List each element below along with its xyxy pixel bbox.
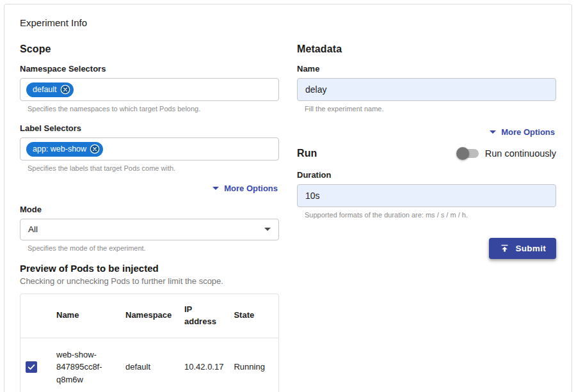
submit-button[interactable]: Submit — [489, 238, 556, 259]
label-chip[interactable]: app: web-show — [26, 142, 103, 157]
pod-name: web-show-847895cc8f-q8m6w — [51, 338, 120, 392]
duration-label: Duration — [297, 170, 556, 180]
experiment-name-input[interactable] — [297, 78, 556, 101]
label-selectors-helper: Specifies the labels that target Pods co… — [28, 164, 279, 173]
mode-helper: Specifies the mode of the experiment. — [28, 244, 279, 253]
pod-namespace: default — [120, 338, 179, 392]
run-continuously-toggle[interactable] — [456, 147, 479, 160]
run-header-row: Run Run continuously — [297, 147, 556, 160]
namespace-chip-label: default — [33, 86, 57, 94]
pod-ip: 10.42.0.17 — [179, 338, 228, 392]
two-column-layout: Scope Namespace Selectors default Specif… — [20, 43, 556, 392]
chevron-down-icon — [264, 228, 271, 231]
submit-row: Submit — [297, 238, 556, 259]
run-continuously-control[interactable]: Run continuously — [456, 147, 556, 160]
publish-icon — [499, 243, 510, 254]
duration-helper: Supported formats of the duration are: m… — [305, 210, 556, 219]
mode-select-value: All — [28, 224, 38, 234]
label-selectors-label: Label Selectors — [20, 123, 279, 133]
table-header-row: Name Namespace IP address State — [20, 294, 278, 338]
column-header-namespace: Namespace — [120, 294, 179, 338]
arrow-drop-down-icon — [212, 187, 219, 190]
experiment-info-card: Experiment Info Scope Namespace Selector… — [4, 4, 572, 392]
page-title: Experiment Info — [20, 17, 556, 28]
name-helper: Fill the experiment name. — [305, 104, 556, 113]
arrow-drop-down-icon — [490, 130, 496, 134]
scope-more-options-label: More Options — [224, 184, 278, 193]
run-title: Run — [297, 148, 317, 159]
row-checkbox[interactable] — [26, 361, 37, 373]
label-chip-label: app: web-show — [33, 145, 86, 153]
pods-preview-table: Name Namespace IP address State web-sho — [20, 294, 279, 392]
namespace-selectors-label: Namespace Selectors — [20, 64, 279, 74]
namespace-chip[interactable]: default — [26, 82, 74, 97]
scope-column: Scope Namespace Selectors default Specif… — [20, 43, 279, 392]
column-header-ip: IP address — [179, 294, 228, 338]
run-continuously-label: Run continuously — [485, 148, 556, 159]
pod-state: Running — [228, 338, 278, 392]
preview-title: Preview of Pods to be injected — [20, 263, 279, 274]
toggle-thumb — [456, 147, 469, 160]
duration-input[interactable] — [297, 184, 556, 207]
metadata-more-options-label: More Options — [501, 127, 555, 137]
chip-delete-icon[interactable] — [90, 144, 100, 154]
mode-label: Mode — [20, 205, 279, 214]
label-selectors-input[interactable]: app: web-show — [20, 137, 279, 161]
column-header-name: Name — [51, 294, 120, 338]
metadata-title: Metadata — [297, 43, 556, 55]
scope-title: Scope — [20, 43, 279, 55]
chip-delete-icon[interactable] — [60, 84, 70, 95]
scope-more-options-button[interactable]: More Options — [20, 184, 278, 193]
namespace-selectors-input[interactable]: default — [20, 78, 279, 101]
header-checkbox-cell — [20, 294, 51, 338]
mode-select[interactable]: All — [20, 219, 279, 240]
submit-button-label: Submit — [515, 244, 546, 253]
name-label: Name — [297, 64, 556, 74]
table-row: web-show-847895cc8f-q8m6w default 10.42.… — [20, 338, 278, 392]
metadata-column: Metadata Name Fill the experiment name. … — [297, 43, 556, 392]
namespace-selectors-helper: Specifies the namespaces to which target… — [28, 104, 279, 113]
preview-subtitle: Checking or unchecking Pods to further l… — [20, 276, 279, 286]
column-header-state: State — [228, 294, 278, 338]
metadata-more-options-button[interactable]: More Options — [297, 127, 555, 137]
